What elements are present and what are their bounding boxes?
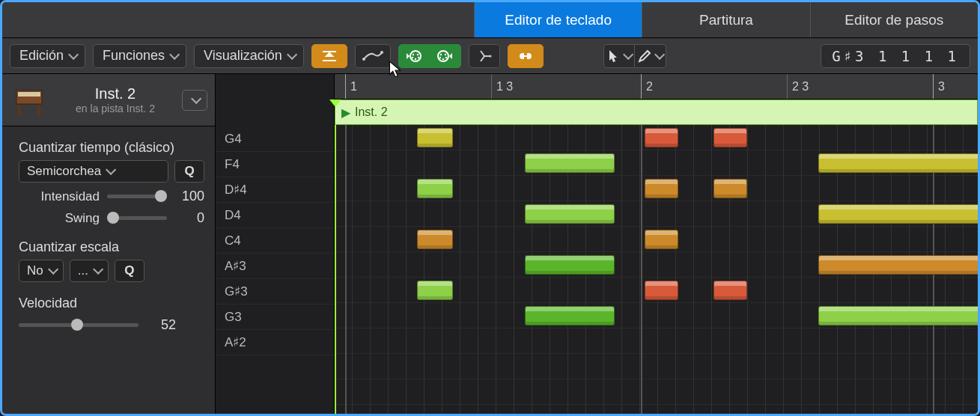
midi-note[interactable] <box>525 306 615 325</box>
svg-rect-15 <box>522 55 529 57</box>
note-grid[interactable] <box>335 125 978 414</box>
region-header[interactable]: ▶ Inst. 2 <box>335 100 978 125</box>
pencil-icon <box>638 49 651 63</box>
playhead[interactable] <box>335 125 336 414</box>
velocity-value: 52 <box>146 317 176 333</box>
time-ruler[interactable]: 11 322 33 <box>335 74 978 100</box>
scale-root-select[interactable]: No <box>19 260 64 282</box>
tab-step-editor[interactable]: Editor de pasos <box>810 2 978 37</box>
midi-note[interactable] <box>645 128 678 147</box>
pitch-label: G♯3 <box>216 279 334 305</box>
scale-type-select[interactable]: ... <box>70 260 109 282</box>
inspector-disclosure[interactable] <box>182 90 207 111</box>
svg-point-11 <box>439 56 441 58</box>
quantize-time-label: Cuantizar tiempo (clásico) <box>19 140 204 156</box>
midi-note[interactable] <box>818 153 980 173</box>
chevron-down-icon <box>654 49 665 59</box>
quantize-value-select[interactable]: Semicorchea <box>19 160 168 183</box>
quantize-scale-label: Cuantizar escala <box>19 239 204 255</box>
tab-score[interactable]: Partitura <box>642 2 809 37</box>
pitch-label: G4 <box>216 126 334 152</box>
pitch-label: D4 <box>216 203 334 228</box>
svg-rect-18 <box>18 105 21 116</box>
toolbar: Edición Funciones Visualización G♯3 1 1 … <box>2 38 978 74</box>
svg-point-0 <box>362 58 365 61</box>
pitch-label: F4 <box>216 152 334 177</box>
pointer-icon <box>608 49 620 63</box>
swing-label: Swing <box>32 211 100 226</box>
svg-point-12 <box>445 56 447 58</box>
pitch-label-column: G4F4D♯4D4C4A♯3G♯3G3A♯2 <box>215 74 335 414</box>
edit-menu[interactable]: Edición <box>10 44 85 68</box>
midi-note[interactable] <box>713 128 747 147</box>
velocity-label: Velocidad <box>19 296 204 311</box>
tab-keyboard-editor[interactable]: Editor de teclado <box>474 2 642 37</box>
ruler-marker: 2 <box>641 74 653 99</box>
midi-note[interactable] <box>525 153 615 173</box>
note-grid-area: 11 322 33 ▶ Inst. 2 <box>335 74 978 414</box>
collapse-icon <box>320 49 339 64</box>
svg-rect-19 <box>37 105 40 116</box>
midi-note[interactable] <box>645 230 678 249</box>
swing-value: 0 <box>174 210 204 226</box>
svg-point-14 <box>489 55 491 57</box>
svg-point-9 <box>440 53 442 55</box>
midi-note[interactable] <box>417 179 453 198</box>
pitch-label: G3 <box>216 305 334 330</box>
swing-slider[interactable] <box>107 216 167 220</box>
midi-note[interactable] <box>818 204 980 224</box>
midi-note[interactable] <box>818 255 980 275</box>
catch-icon <box>476 49 493 64</box>
scale-apply-button[interactable]: Q <box>115 260 144 282</box>
pitch-label: C4 <box>216 228 334 254</box>
velocity-slider[interactable] <box>19 323 139 327</box>
intensity-slider[interactable] <box>107 195 167 198</box>
quantize-apply-button[interactable]: Q <box>174 160 204 183</box>
midi-note[interactable] <box>525 204 615 224</box>
collapse-lanes-button[interactable] <box>311 44 347 68</box>
track-name: Inst. 2 <box>56 85 174 103</box>
midi-in-icon <box>405 49 423 64</box>
ruler-marker: 3 <box>933 74 945 99</box>
link-icon <box>516 50 535 62</box>
midi-note[interactable] <box>525 255 615 275</box>
automation-curve-button[interactable] <box>355 44 391 68</box>
svg-point-10 <box>445 53 446 55</box>
svg-point-5 <box>412 56 413 58</box>
pitch-label: A♯2 <box>216 330 334 355</box>
intensity-label: Intensidad <box>32 189 100 204</box>
svg-point-13 <box>442 58 444 59</box>
midi-note[interactable] <box>645 179 678 198</box>
midi-note[interactable] <box>417 281 453 300</box>
track-subtitle: en la pista Inst. 2 <box>56 103 174 114</box>
midi-note[interactable] <box>417 128 453 147</box>
pencil-tool[interactable] <box>635 44 666 68</box>
midi-out-button[interactable] <box>430 44 461 68</box>
pointer-tool[interactable] <box>603 44 635 68</box>
ruler-marker: 2 3 <box>787 74 809 99</box>
catch-playhead-button[interactable] <box>469 44 500 68</box>
svg-point-3 <box>413 53 414 55</box>
midi-note[interactable] <box>713 179 747 198</box>
view-menu[interactable]: Visualización <box>194 44 304 68</box>
curve-icon <box>362 50 383 62</box>
position-readout: G♯3 1 1 1 1 <box>821 44 970 68</box>
ruler-marker: 1 3 <box>491 74 513 99</box>
ruler-marker: 1 <box>345 74 357 99</box>
midi-out-icon <box>436 49 454 64</box>
midi-note[interactable] <box>713 281 747 300</box>
midi-in-button[interactable] <box>398 44 430 68</box>
midi-note[interactable] <box>818 306 980 325</box>
chevron-down-icon <box>623 49 633 59</box>
svg-point-6 <box>418 56 419 58</box>
svg-point-7 <box>415 58 416 59</box>
play-icon: ▶ <box>341 105 350 120</box>
functions-menu[interactable]: Funciones <box>93 44 186 68</box>
pitch-label: A♯3 <box>216 254 334 279</box>
midi-note[interactable] <box>645 281 678 300</box>
chevron-down-icon <box>287 49 297 59</box>
svg-point-4 <box>417 53 419 55</box>
svg-point-1 <box>380 51 383 54</box>
midi-note[interactable] <box>417 230 453 249</box>
link-button[interactable] <box>508 44 544 68</box>
